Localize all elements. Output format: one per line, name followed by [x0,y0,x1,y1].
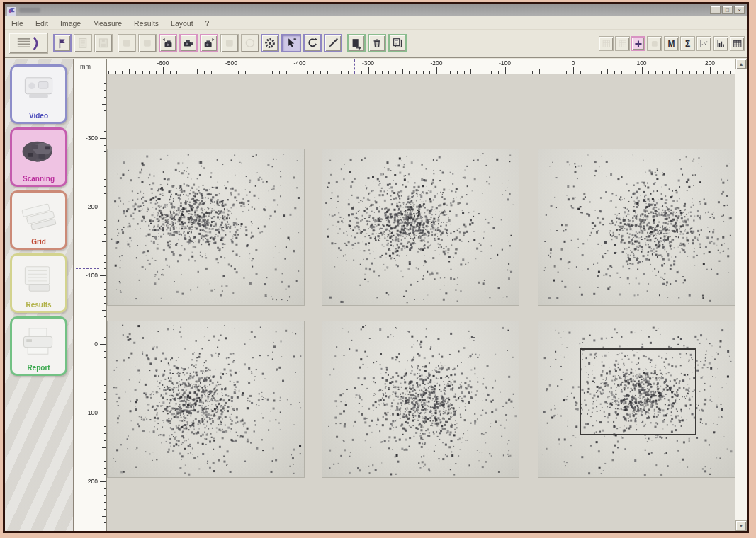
histogram-button[interactable] [713,36,728,51]
rotate-tool-button[interactable] [303,34,322,52]
delete-field-button[interactable] [368,34,386,52]
sample-field-3[interactable] [538,149,735,305]
sample-field-1[interactable] [108,149,304,305]
camera-prev-button[interactable] [159,34,177,52]
stage-button-video[interactable]: Video [10,64,67,124]
ruler-tick [102,241,106,242]
doc2-icon [96,36,111,50]
marker-tool-button[interactable] [631,36,645,51]
ruler-tick [703,71,704,74]
script-panel-button[interactable] [9,33,48,54]
ruler-tick [519,71,519,74]
ruler-tick [464,71,465,74]
ruler-tick [532,71,533,74]
ruler-tick [682,71,683,74]
sample-field-6[interactable] [538,321,735,477]
v-ruler-label: -200 [86,203,98,210]
ruler-tick [149,71,150,74]
ruler-tick [104,220,107,221]
ruler-tick [102,379,106,379]
data-table-button[interactable] [730,36,745,51]
tool-disabled-2[interactable] [138,34,157,52]
stage-button-grid[interactable]: Grid [10,190,67,250]
camera-next-button[interactable] [200,34,218,52]
grid-tool-button-1[interactable] [599,36,614,51]
ruler-tick [104,392,107,393]
measure-m-button[interactable]: M [664,36,679,51]
ruler-tick [580,71,581,74]
save-image-button[interactable] [94,34,113,52]
ruler-tick [184,71,184,74]
v-ruler-label: -300 [86,134,98,142]
ruler-tick [470,69,471,74]
ruler-tick [293,71,293,74]
stage-button-scanning[interactable]: Scanning [10,127,67,187]
sample-field-1-image[interactable] [108,149,304,305]
sample-field-2-image[interactable] [322,149,519,305]
sample-field-4[interactable] [108,321,304,477]
flag-tool-button[interactable] [53,34,72,52]
close-button[interactable]: × [734,6,745,14]
scroll-down-button[interactable]: ▼ [735,520,747,531]
sample-field-2[interactable] [322,149,519,305]
menu-item-image[interactable]: Image [60,19,81,28]
pointer-tool-button[interactable] [281,34,301,52]
ruler-tick [402,69,403,74]
v-ruler-label: -100 [86,272,98,279]
scatter-chart-button[interactable] [696,36,711,51]
ruler-tick [104,289,107,290]
sample-field-3-image[interactable] [538,149,735,305]
sample-field-5-image[interactable] [322,321,519,477]
ruler-tick [102,447,106,448]
selection-rectangle[interactable] [580,348,696,435]
maximize-button[interactable]: □ [722,6,733,14]
image-canvas[interactable] [107,74,735,531]
tool-disabled-3[interactable] [220,34,239,52]
ruler-tick [409,71,410,74]
ruler-tick [104,145,107,146]
menu-item-edit[interactable]: Edit [35,19,48,28]
stage-button-report[interactable]: Report [10,316,67,376]
tool-disabled-5[interactable] [647,36,662,51]
open-image-button[interactable] [74,34,92,52]
menu-item-help[interactable]: ? [205,19,210,28]
tool-disabled-1[interactable] [118,34,136,52]
menu-item-measure[interactable]: Measure [93,19,122,28]
view-report-button[interactable] [388,34,407,52]
draw-tool-button[interactable] [324,34,342,52]
ruler-tick [279,71,280,74]
ruler-tick [553,71,553,74]
ruler-tick [313,71,314,74]
vertical-scrollbar[interactable]: ▲ ▼ [735,59,747,531]
stage-button-results[interactable]: Results [10,253,67,313]
sum-button[interactable]: Σ [680,36,695,51]
scanning-stage-icon [16,133,62,173]
scroll-up-button[interactable]: ▲ [735,59,747,69]
ruler-tick [512,71,512,74]
settings-gear-button[interactable] [261,34,279,52]
ruler-tick [628,71,628,74]
ruler-tick [560,71,560,74]
minimize-button[interactable]: _ [710,6,721,14]
camera-capture-button[interactable] [179,34,198,52]
grid-tool-button-2[interactable] [615,36,630,51]
ruler-tick [170,71,171,74]
clipboard-copy-button[interactable] [347,34,366,52]
ruler-tick [104,468,107,469]
menu-item-file[interactable]: File [11,19,23,28]
ruler-tick [676,69,677,74]
ruler-tick [361,71,362,74]
ruler-tick [104,488,107,489]
h-ruler-label: -500 [225,59,237,67]
ruler-tick [142,71,143,74]
sample-field-5[interactable] [322,321,519,477]
menu-item-results[interactable]: Results [134,19,159,28]
grid-faint-icon [617,38,628,50]
menu-item-layout[interactable]: Layout [171,19,193,28]
tool-disabled-4[interactable] [241,34,259,52]
sample-field-4-image[interactable] [108,321,304,477]
ruler-tick [104,90,107,91]
stage-label-video: Video [12,112,65,120]
circle-faint-icon [243,36,257,50]
ruler-tick [100,275,106,276]
